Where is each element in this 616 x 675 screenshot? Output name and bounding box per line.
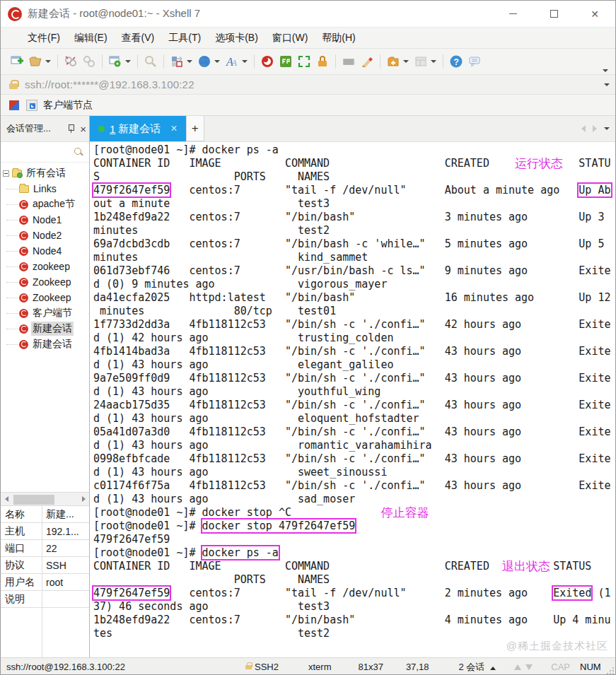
- tree-item[interactable]: 新建会话: [1, 336, 89, 352]
- menubar: 文件(F)编辑(E)查看(V)工具(T)选项卡(B)窗口(W)帮助(H): [1, 28, 615, 49]
- terminal-line: out a minute test3: [93, 197, 615, 211]
- scroll-right-icon[interactable]: [78, 493, 89, 505]
- xshell-session-icon: [19, 278, 28, 287]
- address-url[interactable]: ssh://root:******@192.168.3.100:22: [25, 78, 194, 90]
- session-shortcut-icon[interactable]: [26, 100, 37, 111]
- new-file-caret-icon[interactable]: [403, 60, 409, 63]
- tab-list-caret-icon[interactable]: [604, 127, 610, 130]
- xshell-session-icon: [19, 231, 28, 240]
- minimize-button[interactable]: [492, 1, 533, 27]
- menu-item[interactable]: 工具(T): [161, 29, 208, 47]
- annotation-label: 退出状态: [502, 560, 550, 573]
- reconnect-icon[interactable]: [81, 53, 98, 70]
- terminal-line: 1b248efd9a22 centos:7 "/bin/bash" 4 minu…: [93, 614, 615, 627]
- color-scheme-icon[interactable]: [168, 53, 185, 70]
- tree-item[interactable]: Node4: [1, 243, 89, 259]
- tab-bar: 1 新建会话: [90, 116, 615, 142]
- pin-icon[interactable]: [67, 124, 74, 134]
- terminal-line: [root@node01 ~]# docker stop 479f2647ef5…: [93, 520, 615, 533]
- tree-item-label: apache节: [31, 197, 76, 211]
- xshell-session-icon: [19, 262, 28, 271]
- tree-item-label: Zookeep: [31, 291, 72, 304]
- bookmark-label[interactable]: 客户端节点: [43, 99, 93, 112]
- tab-new-session[interactable]: 1 新建会话: [90, 116, 186, 141]
- tree-connector: [6, 266, 18, 267]
- menu-item[interactable]: 文件(F): [21, 29, 67, 47]
- scroll-down-icon[interactable]: [525, 664, 533, 670]
- highlight-pen-icon[interactable]: [359, 53, 376, 70]
- property-row: 名称新建...: [1, 506, 89, 523]
- scroll-left-icon[interactable]: [1, 493, 12, 505]
- terminal-line: 69a7dcbd3cdb centos:7 "/bin/bash -c 'whi…: [93, 237, 615, 251]
- find-icon[interactable]: [142, 53, 159, 70]
- tree-item[interactable]: 客户端节: [1, 305, 89, 321]
- tree-item[interactable]: 所有会话: [1, 165, 89, 181]
- menu-item[interactable]: 帮助(H): [315, 29, 362, 47]
- session-search-box[interactable]: [1, 142, 89, 163]
- tree-connector: [6, 235, 18, 236]
- address-dropdown-caret-icon[interactable]: [604, 83, 610, 86]
- maximize-button[interactable]: [533, 1, 574, 27]
- tree-item-label: Node4: [31, 245, 63, 257]
- menu-item[interactable]: 查看(V): [115, 29, 162, 47]
- new-session-icon[interactable]: [8, 53, 25, 70]
- session-properties-icon[interactable]: [107, 53, 124, 70]
- bookmark-flag-icon[interactable]: [9, 100, 19, 110]
- tree-item[interactable]: Zookeep: [1, 290, 89, 305]
- locale-caret-icon[interactable]: [214, 60, 220, 63]
- tree-item[interactable]: Zookeep: [1, 274, 89, 290]
- locale-globe-icon[interactable]: [196, 53, 213, 70]
- feedback-icon[interactable]: [466, 53, 483, 70]
- open-session-caret-icon[interactable]: [45, 60, 51, 63]
- menu-item[interactable]: 编辑(E): [67, 29, 115, 47]
- menu-item[interactable]: 窗口(W): [265, 29, 315, 47]
- xftp-icon[interactable]: [277, 53, 294, 70]
- terminal-line: [root@node01 ~]# docker ps -a: [93, 546, 615, 560]
- layout-caret-icon[interactable]: [431, 60, 436, 63]
- highlight-box: Up Ab: [579, 184, 610, 196]
- resize-grip-icon[interactable]: [607, 667, 614, 674]
- toolbar-overflow-caret-icon[interactable]: [603, 69, 608, 72]
- status-scroll-arrows[interactable]: [514, 664, 533, 670]
- scroll-up-icon[interactable]: [514, 664, 521, 670]
- tree-connector: [6, 329, 18, 329]
- open-session-icon[interactable]: [27, 53, 44, 70]
- horizontal-scrollbar[interactable]: [1, 492, 89, 506]
- virtual-keyboard-icon[interactable]: [340, 53, 357, 70]
- property-row: 说明: [1, 591, 89, 608]
- tree-item[interactable]: Links: [1, 181, 89, 196]
- scrollbar-thumb[interactable]: [13, 495, 54, 505]
- color-scheme-caret-icon[interactable]: [187, 60, 192, 63]
- font-icon[interactable]: AA: [223, 53, 240, 70]
- menu-item[interactable]: 选项卡(B): [208, 29, 265, 47]
- new-tab-button[interactable]: [186, 116, 204, 141]
- layout-icon[interactable]: [412, 53, 429, 70]
- terminal-line: d (1) 42 hours ago trusting_colden: [93, 331, 615, 345]
- new-file-icon[interactable]: [385, 53, 402, 70]
- tree-item[interactable]: apache节: [1, 196, 89, 212]
- disconnect-icon[interactable]: [62, 53, 79, 70]
- address-bar[interactable]: ssh://root:******@192.168.3.100:22: [1, 75, 615, 95]
- font-caret-icon[interactable]: [242, 60, 248, 63]
- tree-item[interactable]: Node1: [1, 212, 89, 228]
- close-button[interactable]: [574, 1, 615, 27]
- xshell-window: 新建会话 - root@node01:~ - Xshell 7 文件(F)编辑(…: [0, 0, 616, 675]
- tab-scroll-left-icon[interactable]: [581, 125, 586, 132]
- terminal-line: 37) 46 seconds ago test3: [93, 600, 615, 614]
- lock-screen-icon[interactable]: [314, 53, 331, 70]
- tree-item[interactable]: Node2: [1, 228, 89, 243]
- terminal-line: [root@node01 ~]# docker stop ^C: [93, 506, 615, 520]
- pane-close-icon[interactable]: [80, 123, 86, 135]
- tree-item[interactable]: 新建会话: [1, 321, 89, 336]
- status-session-count[interactable]: 2 会话: [458, 661, 496, 674]
- session-properties-caret-icon[interactable]: [125, 60, 131, 63]
- xshell-icon[interactable]: [259, 53, 276, 70]
- property-row: 协议SSH: [1, 557, 89, 574]
- tab-scroll-right-icon[interactable]: [593, 125, 597, 132]
- terminal[interactable]: @稀土掘金技术社区 [root@node01 ~]# docker ps -aC…: [90, 142, 615, 657]
- tab-close-icon[interactable]: [170, 122, 177, 135]
- fullscreen-icon[interactable]: [296, 53, 313, 70]
- tree-expander-icon[interactable]: [3, 170, 9, 177]
- tree-item[interactable]: zookeep: [1, 259, 89, 274]
- help-icon[interactable]: ?: [448, 53, 465, 70]
